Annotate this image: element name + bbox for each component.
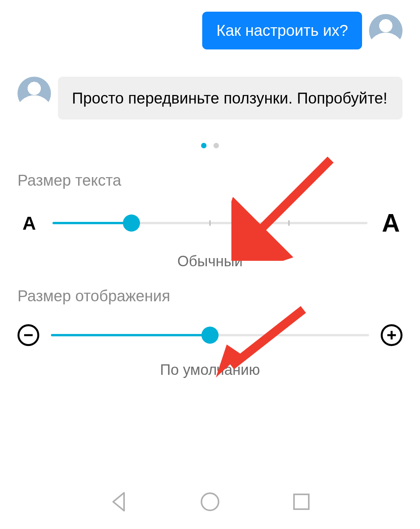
recents-button[interactable]: [290, 490, 313, 513]
large-a-icon: A: [379, 209, 402, 237]
svg-rect-6: [294, 494, 309, 509]
minus-icon[interactable]: [18, 324, 39, 346]
small-a-icon: A: [18, 213, 41, 234]
pagination-dots[interactable]: [0, 143, 420, 148]
text-size-value: Обычный: [18, 253, 402, 270]
display-size-value: По умолчанию: [18, 362, 402, 378]
text-size-label: Размер текста: [18, 172, 402, 189]
page-dot-active[interactable]: [201, 143, 206, 148]
outgoing-bubble: Как настроить их?: [202, 12, 362, 49]
text-size-slider-row: A A: [18, 209, 402, 237]
avatar-icon: [369, 14, 402, 47]
page-dot[interactable]: [214, 143, 219, 148]
slider-thumb[interactable]: [123, 214, 140, 232]
display-size-label: Размер отображения: [18, 287, 402, 305]
slider-fill: [52, 222, 131, 224]
text-size-slider[interactable]: [52, 222, 368, 224]
incoming-bubble: Просто передвиньте ползунки. Попробуйте!: [58, 77, 402, 120]
outgoing-message-row: Как настроить их?: [18, 12, 402, 49]
slider-tick: [209, 220, 211, 226]
navigation-bar: [0, 475, 420, 529]
slider-fill: [51, 334, 210, 336]
plus-icon[interactable]: [381, 324, 402, 346]
svg-point-5: [201, 493, 219, 510]
slider-thumb[interactable]: [201, 327, 219, 344]
incoming-message-row: Просто передвиньте ползунки. Попробуйте!: [18, 77, 402, 120]
display-size-slider-row: [18, 324, 402, 346]
avatar-icon: [18, 77, 51, 110]
text-size-section: Размер текста A A Обычный: [0, 172, 420, 270]
back-button[interactable]: [108, 490, 130, 513]
slider-tick: [288, 220, 290, 226]
display-size-slider[interactable]: [51, 334, 369, 336]
chat-preview: Как настроить их? Просто передвиньте пол…: [0, 0, 420, 120]
home-button[interactable]: [199, 490, 221, 513]
display-size-section: Размер отображения По умолчанию: [0, 287, 420, 378]
